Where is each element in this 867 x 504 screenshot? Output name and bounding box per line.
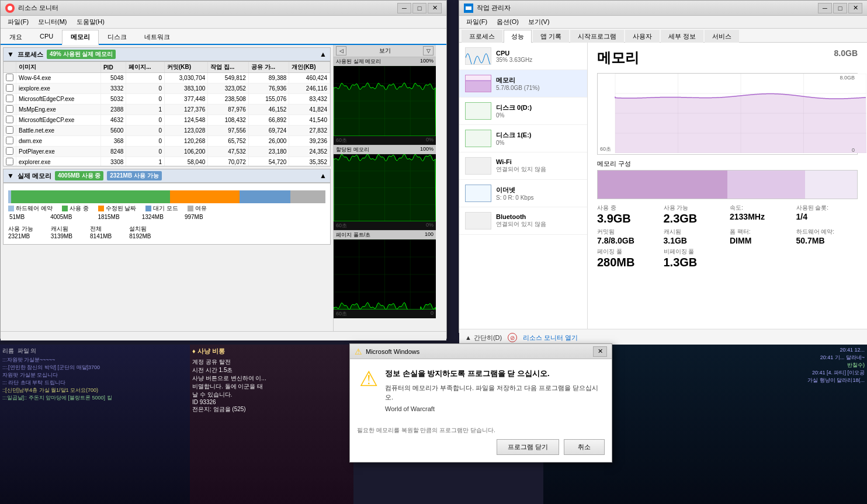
memory-section: ▼ 실제 메모리 4005MB 사용 중 2321MB 사용 가능 ▲ xyxy=(3,169,331,245)
stat-cached-label2: 캐시됨 xyxy=(664,228,726,236)
bg-chat-line1: 리름 파일 의 xyxy=(2,347,188,355)
table-row[interactable]: PotPlayer.exe82480106,20047,53223,18024,… xyxy=(4,147,330,157)
tm-tab-startup[interactable]: 시작프로그램 xyxy=(570,30,624,43)
table-cell: 69,724 xyxy=(248,126,289,136)
tm-tab-details[interactable]: 세부 정보 xyxy=(661,30,703,43)
tm-tab-performance[interactable]: 성능 xyxy=(504,30,532,43)
resmon-minimize-btn[interactable]: ─ xyxy=(397,3,411,13)
dialog-close-program-btn[interactable]: 프로그램 닫기 xyxy=(497,439,559,455)
col-page[interactable]: 페이지... xyxy=(126,62,165,73)
row-checkbox[interactable] xyxy=(6,147,13,155)
table-cell: 246,116 xyxy=(289,84,330,94)
sidebar-item-ethernet[interactable]: 이더넷 S: 0 R: 0 Kbps xyxy=(459,180,587,207)
col-image[interactable]: 이미지 xyxy=(16,62,101,73)
row-checkbox[interactable] xyxy=(6,116,13,123)
stat-total-label: 전체 xyxy=(90,225,112,233)
resmon-maximize-btn[interactable]: □ xyxy=(412,3,426,13)
process-collapse-btn[interactable]: ▼ xyxy=(7,50,14,58)
table-row[interactable]: dwm.exe3680120,26865,75226,00039,236 xyxy=(4,136,330,147)
table-row[interactable]: explorer.exe3308158,04070,07254,72035,35… xyxy=(4,157,330,167)
taskmgr-maximize-btn[interactable]: □ xyxy=(833,3,847,13)
stat-hardware-reserved: 하드웨어 예약: 50.7MB xyxy=(796,228,858,245)
bg-mid-text4: 비멸합니다. 돌에 이군을 태 xyxy=(192,383,351,391)
taskmgr-menu-options[interactable]: 옵션(O) xyxy=(492,16,523,27)
sidebar-item-bluetooth[interactable]: Bluetooth 연결되어 있지 않음 xyxy=(459,207,587,235)
col-private[interactable]: 개인(KB) xyxy=(289,62,330,73)
col-shared[interactable]: 공유 가... xyxy=(248,62,289,73)
stat-cached-label: 캐시됨 xyxy=(51,225,72,233)
table-row[interactable]: Battle.net.exe56000123,02897,55669,72427… xyxy=(4,126,330,136)
charts-options-btn[interactable]: ▽ xyxy=(423,46,434,55)
table-cell: 58,040 xyxy=(165,157,208,167)
tab-memory[interactable]: 메모리 xyxy=(62,30,99,45)
sidebar-item-cpu[interactable]: CPU 35% 3.63GHz xyxy=(459,43,587,70)
tab-cpu[interactable]: CPU xyxy=(31,30,62,45)
col-commit[interactable]: 커밋(KB) xyxy=(165,62,208,73)
mem-config-free xyxy=(727,171,805,199)
row-checkbox[interactable] xyxy=(6,95,13,102)
charts-back-btn[interactable]: ◁ xyxy=(336,46,346,55)
resmon-menu-help[interactable]: 도움말(H) xyxy=(72,16,109,27)
table-row[interactable]: MicrosoftEdgeCP.exe50320377,448238,50815… xyxy=(4,94,330,105)
resmon-menu-file[interactable]: 파일(F) xyxy=(3,16,33,27)
bg-chat-text1: :::자원팟 가실분~~~~~ xyxy=(2,356,188,364)
tab-disk[interactable]: 디스크 xyxy=(99,30,136,45)
table-cell: 23,180 xyxy=(248,147,289,157)
table-cell: 27,832 xyxy=(289,126,330,136)
chart1-footer: 60초 0% xyxy=(334,136,436,145)
resmon-titlebar: 리소스 모니터 ─ □ ✕ xyxy=(1,1,446,16)
dialog-cancel-btn[interactable]: 취소 xyxy=(564,439,605,455)
open-resmon-link[interactable]: 리소스 모니터 열기 xyxy=(523,333,578,342)
up-arrow-icon: ▲ xyxy=(465,334,471,341)
row-checkbox[interactable] xyxy=(6,74,13,81)
stat-speed-label: 속도: xyxy=(730,204,792,212)
col-workset[interactable]: 작업 집... xyxy=(208,62,249,73)
table-cell: iexplore.exe xyxy=(16,84,101,94)
footer-simple[interactable]: ▲ 간단히(D) xyxy=(465,333,502,342)
row-checkbox[interactable] xyxy=(6,105,13,113)
row-checkbox[interactable] xyxy=(6,137,13,144)
tm-tab-services[interactable]: 서비스 xyxy=(705,30,739,43)
sidebar-item-wifi[interactable]: Wi-Fi 연결되어 있지 않음 xyxy=(459,152,587,180)
dialog-titlebar: ⚠ Microsoft Windows ✕ xyxy=(350,344,612,359)
tm-tab-apphistory[interactable]: 앱 기록 xyxy=(533,30,569,43)
row-checkbox[interactable] xyxy=(6,158,13,165)
memory-collapse-btn[interactable]: ▼ xyxy=(7,172,14,180)
taskmgr-minimize-btn[interactable]: ─ xyxy=(818,3,832,13)
row-checkbox[interactable] xyxy=(6,126,13,134)
resmon-icon xyxy=(5,4,15,13)
table-cell: 124,548 xyxy=(165,115,208,126)
table-row[interactable]: Wow-64.exe504803,030,704549,81289,388460… xyxy=(4,73,330,84)
table-row[interactable]: MsMpEng.exe23881127,37687,97646,15241,82… xyxy=(4,105,330,115)
tm-tab-users[interactable]: 사용자 xyxy=(625,30,660,43)
table-cell: 35,352 xyxy=(289,157,330,167)
tab-network[interactable]: 네트워크 xyxy=(136,30,179,45)
col-pid[interactable]: PID xyxy=(100,62,126,73)
resmon-close-btn[interactable]: ✕ xyxy=(428,3,442,13)
tm-tab-process[interactable]: 프로세스 xyxy=(462,30,502,43)
sidebar-disk0-sub: 0% xyxy=(496,112,532,119)
row-checkbox[interactable] xyxy=(6,84,13,92)
sidebar-item-memory[interactable]: 메모리 5.7/8.0GB (71%) xyxy=(459,70,587,98)
table-row[interactable]: iexplore.exe33320383,100323,05276,936246… xyxy=(4,84,330,94)
dialog-close-btn[interactable]: ✕ xyxy=(593,346,607,357)
taskmgr-menu-file[interactable]: 파일(F) xyxy=(462,16,492,27)
dialog-main-text: 정보 손실을 방지하도록 프로그램을 닫 으십시오. xyxy=(385,369,602,379)
memory-expand-btn[interactable]: ▲ xyxy=(320,172,327,180)
val-hardware: 51MB xyxy=(9,214,25,220)
sidebar-item-disk1[interactable]: 디스크 1(E:) 0% xyxy=(459,125,587,152)
memory-legend: 하드웨어 예약 사용 중 수정된 날짜 대기 모드 xyxy=(8,204,325,213)
table-cell: 460,424 xyxy=(289,73,330,84)
resmon-menu-monitor[interactable]: 모니터(M) xyxy=(33,16,72,27)
process-table: 이미지 PID 페이지... 커밋(KB) 작업 집... 공유 가... 개인… xyxy=(4,62,330,166)
taskmgr-close-btn[interactable]: ✕ xyxy=(848,3,862,13)
process-expand-btn[interactable]: ▲ xyxy=(320,50,327,58)
memory-bar xyxy=(8,190,325,203)
detail-title: 메모리 xyxy=(597,48,639,67)
sidebar-item-disk0[interactable]: 디스크 0(D:) 0% xyxy=(459,98,587,125)
mem-config-chart xyxy=(597,170,858,199)
table-cell: 76,936 xyxy=(248,84,289,94)
table-row[interactable]: MicrosoftEdgeCP.exe46320124,548108,43266… xyxy=(4,115,330,126)
taskmgr-menu-view[interactable]: 보기(V) xyxy=(523,16,554,27)
tab-overview[interactable]: 개요 xyxy=(1,30,31,45)
